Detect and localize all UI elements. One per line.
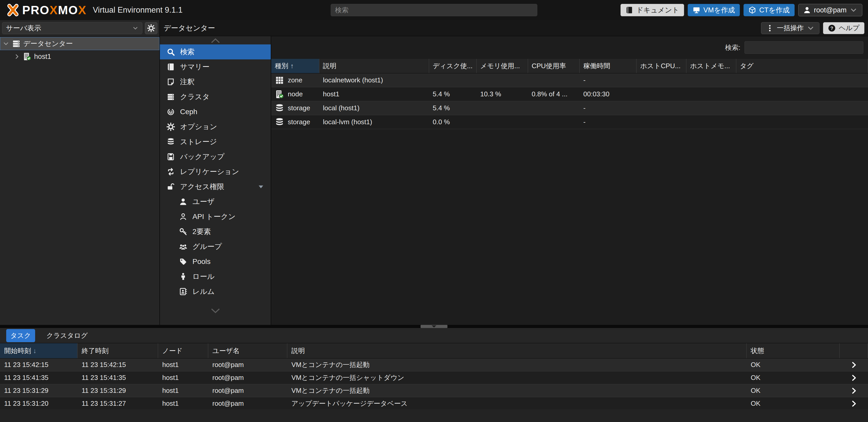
bulk-actions-button[interactable]: 一括操作	[761, 22, 819, 34]
sidebar-item-11[interactable]: API トークン	[160, 209, 271, 224]
resource-col-0[interactable]: 種別↑	[271, 59, 319, 73]
resource-table-header: 種別↑説明ディスク使...メモリ使用...CPU使用率稼働時間ホストCPU...…	[271, 59, 868, 73]
sidebar-scroll-down[interactable]	[160, 299, 271, 322]
task-cell-desc: VMとコンテナの一括起動	[287, 360, 747, 369]
content-search-input[interactable]	[745, 41, 863, 54]
toolbar-row: サーバ表示 データセンター 一括操作 ? ヘルプ	[0, 20, 868, 36]
task-detail-button[interactable]	[840, 374, 868, 382]
task-row-3[interactable]: 11 23 15:31:2011 23 15:31:27host1root@pa…	[0, 397, 868, 410]
task-col-3[interactable]: ユーザ名	[208, 343, 287, 358]
resource-col-8[interactable]: タグ	[736, 59, 868, 73]
sidebar-item-12[interactable]: 2要素	[160, 224, 271, 239]
chevron-right-icon	[13, 53, 20, 60]
task-cell-start: 11 23 15:31:29	[0, 387, 78, 395]
help-button[interactable]: ? ヘルプ	[823, 22, 864, 34]
create-ct-button[interactable]: CTを作成	[743, 4, 795, 16]
user-menu-label: root@pam	[814, 6, 846, 14]
bottom-filler	[0, 410, 868, 422]
task-row-2[interactable]: 11 23 15:31:2911 23 15:31:29host1root@pa…	[0, 384, 868, 397]
task-cell-user: root@pam	[208, 387, 287, 395]
tab-tasks[interactable]: タスク	[6, 329, 35, 342]
resource-col-4[interactable]: CPU使用率	[528, 59, 580, 73]
resource-col-label: 稼働時間	[583, 62, 610, 70]
sidebar-item-7[interactable]: バックアップ	[160, 149, 271, 164]
task-col-4[interactable]: 説明	[287, 343, 747, 358]
sidebar-item-10[interactable]: ユーザ	[160, 194, 271, 209]
sidebar-item-8[interactable]: レプリケーション	[160, 164, 271, 179]
sidebar-item-16[interactable]: レルム	[160, 284, 271, 299]
sidebar-menu-items: 検索サマリー注釈クラスタCephオプションストレージバックアップレプリケーション…	[160, 44, 271, 299]
resource-col-6[interactable]: ホストCPU...	[637, 59, 686, 73]
main-region: データセンターhost1 検索サマリー注釈クラスタCephオプションストレージバ…	[0, 36, 868, 325]
task-col-0[interactable]: 開始時刻↓	[0, 343, 78, 358]
datacenter-sidebar: 検索サマリー注釈クラスタCephオプションストレージバックアップレプリケーション…	[160, 36, 271, 325]
sidebar-item-14[interactable]: Pools	[160, 254, 271, 269]
sidebar-item-1[interactable]: サマリー	[160, 59, 271, 74]
task-row-0[interactable]: 11 23 15:42:1511 23 15:42:15host1root@pa…	[0, 358, 868, 371]
task-cell-node: host1	[158, 374, 208, 382]
resource-col-5[interactable]: 稼働時間	[580, 59, 637, 73]
task-col-5[interactable]: 状態	[747, 343, 840, 358]
task-detail-button[interactable]	[840, 400, 868, 407]
resource-row-3[interactable]: storagelocal-lvm (host1)0.0 %-	[271, 115, 868, 129]
documentation-button[interactable]: ドキュメント	[621, 4, 684, 16]
proxmox-logo-icon	[6, 3, 20, 17]
users-icon	[179, 242, 187, 251]
task-row-1[interactable]: 11 23 15:41:3511 23 15:41:35host1root@pa…	[0, 371, 868, 384]
resource-type: storage	[288, 118, 310, 126]
user-icon	[803, 6, 811, 14]
content-search-row: 検索:	[271, 36, 868, 59]
resource-cell: 0.8% of 4 ...	[532, 90, 567, 98]
task-col-label: 説明	[291, 346, 305, 355]
resource-cell: 10.3 %	[480, 90, 501, 98]
resource-col-3[interactable]: メモリ使用...	[476, 59, 528, 73]
task-col-2[interactable]: ノード	[158, 343, 208, 358]
task-cell-end: 11 23 15:41:35	[78, 374, 158, 382]
tree-item-datacenter[interactable]: データセンター	[0, 37, 159, 50]
resource-col-7[interactable]: ホストメモ...	[686, 59, 736, 73]
tab-cluster-log[interactable]: クラスタログ	[42, 329, 92, 342]
user-menu-button[interactable]: root@pam	[798, 4, 862, 16]
sidebar-item-9[interactable]: アクセス権限	[160, 179, 271, 194]
sidebar-scroll-up[interactable]	[160, 37, 271, 44]
sidebar-item-3[interactable]: クラスタ	[160, 89, 271, 104]
resource-row-2[interactable]: storagelocal (host1)5.4 %-	[271, 101, 868, 115]
role-icon	[179, 272, 187, 281]
task-cell-status: OK	[747, 374, 840, 382]
tree-settings-button[interactable]	[145, 22, 157, 34]
sidebar-item-label: オプション	[180, 122, 217, 132]
splitter-handle[interactable]	[421, 325, 447, 328]
breadcrumb: データセンター	[163, 23, 215, 33]
resource-row-1[interactable]: nodehost15.4 %10.3 %0.8% of 4 ...00:03:3…	[271, 87, 868, 101]
sidebar-item-15[interactable]: ロール	[160, 269, 271, 284]
global-search-input[interactable]	[331, 4, 537, 16]
sidebar-item-2[interactable]: 注釈	[160, 74, 271, 89]
key-icon	[179, 228, 187, 236]
sidebar-item-label: レプリケーション	[180, 167, 239, 177]
resource-table-body: zonelocalnetwork (host1)-nodehost15.4 %1…	[271, 73, 868, 129]
task-detail-button[interactable]	[840, 361, 868, 368]
task-cell-start: 11 23 15:31:20	[0, 399, 78, 408]
sidebar-item-13[interactable]: グループ	[160, 239, 271, 254]
user-icon	[179, 198, 187, 206]
task-col-label: ノード	[162, 346, 183, 355]
resource-row-0[interactable]: zonelocalnetwork (host1)-	[271, 73, 868, 87]
task-cell-user: root@pam	[208, 374, 287, 382]
resource-cell-0: storage	[271, 118, 319, 127]
sidebar-item-5[interactable]: オプション	[160, 119, 271, 134]
task-col-1[interactable]: 終了時刻	[78, 343, 158, 358]
task-detail-button[interactable]	[840, 387, 868, 394]
resource-col-2[interactable]: ディスク使...	[429, 59, 476, 73]
view-mode-select[interactable]: サーバ表示	[2, 22, 142, 34]
tree-toolbar: サーバ表示	[0, 20, 160, 36]
sidebar-item-0[interactable]: 検索	[160, 44, 271, 59]
sidebar-item-6[interactable]: ストレージ	[160, 134, 271, 149]
tree-item-host1[interactable]: host1	[0, 50, 159, 63]
content-search-label: 検索:	[725, 43, 740, 52]
search-icon	[167, 48, 175, 56]
sidebar-item-4[interactable]: Ceph	[160, 104, 271, 119]
top-header: PROXMOX Virtual Environment 9.1.1 ドキュメント…	[0, 0, 868, 20]
create-vm-button[interactable]: VMを作成	[688, 4, 740, 16]
resource-col-1[interactable]: 説明	[319, 59, 429, 73]
documentation-label: ドキュメント	[636, 5, 679, 15]
